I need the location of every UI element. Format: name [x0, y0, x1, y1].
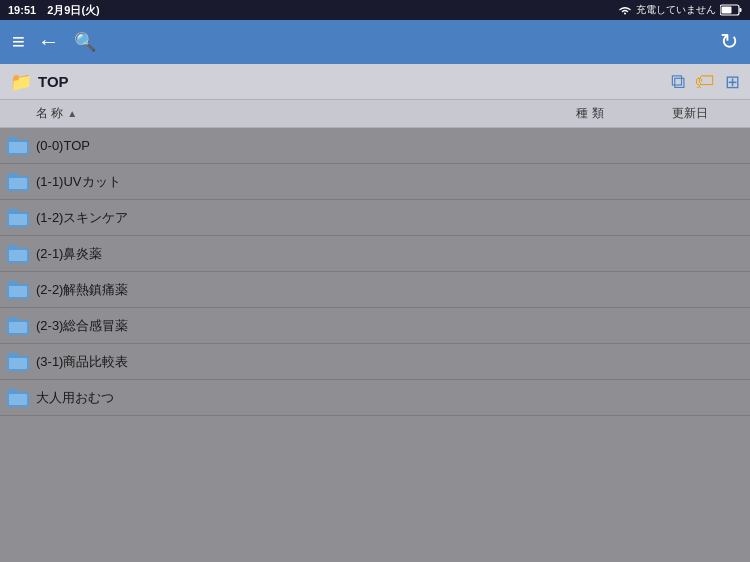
folder-icon-cell — [0, 173, 36, 191]
breadcrumb-bar: 📁 TOP ⧉ 🏷 ⊞ — [0, 64, 750, 100]
breadcrumb-title: TOP — [38, 73, 69, 90]
search-icon[interactable]: 🔍 — [74, 33, 96, 51]
file-list: (0-0)TOP (1-1)UVカット — [0, 128, 750, 562]
battery-icon — [720, 4, 742, 16]
table-row[interactable]: (2-1)鼻炎薬 — [0, 236, 750, 272]
folder-icon-cell — [0, 209, 36, 227]
folder-icon-cell — [0, 317, 36, 335]
folder-icon-cell — [0, 281, 36, 299]
nav-bar: ≡ ← 🔍 ↻ — [0, 20, 750, 64]
breadcrumb-left: 📁 TOP — [10, 71, 69, 93]
table-row[interactable]: (1-2)スキンケア — [0, 200, 750, 236]
menu-icon[interactable]: ≡ — [12, 31, 24, 53]
breadcrumb-folder-icon: 📁 — [10, 71, 32, 93]
table-row[interactable]: (0-0)TOP — [0, 128, 750, 164]
file-name: (0-0)TOP — [36, 138, 550, 153]
file-name: (1-2)スキンケア — [36, 209, 550, 227]
folder-icon-cell — [0, 245, 36, 263]
table-row[interactable]: 大人用おむつ — [0, 380, 750, 416]
table-row[interactable]: (2-2)解熱鎮痛薬 — [0, 272, 750, 308]
file-name: 大人用おむつ — [36, 389, 550, 407]
folder-icon-cell — [0, 137, 36, 155]
sort-arrow: ▲ — [67, 108, 77, 119]
col-type-header[interactable]: 種 類 — [550, 105, 630, 122]
svg-rect-1 — [740, 8, 742, 12]
back-icon[interactable]: ← — [38, 31, 60, 53]
charging-text: 充電していません — [636, 3, 716, 17]
status-time: 19:51 2月9日(火) — [8, 3, 100, 18]
folder-icon-cell — [0, 389, 36, 407]
table-row[interactable]: (3-1)商品比較表 — [0, 344, 750, 380]
folder-icon-cell — [0, 353, 36, 371]
status-bar: 19:51 2月9日(火) 充電していません — [0, 0, 750, 20]
wifi-icon — [618, 5, 632, 15]
column-header: 名 称 ▲ 種 類 更新日 — [0, 100, 750, 128]
file-name: (3-1)商品比較表 — [36, 353, 550, 371]
file-name: (1-1)UVカット — [36, 173, 550, 191]
view-label-icon[interactable]: 🏷 — [695, 70, 715, 93]
file-name: (2-2)解熱鎮痛薬 — [36, 281, 550, 299]
refresh-icon[interactable]: ↻ — [720, 31, 738, 53]
svg-rect-2 — [722, 7, 732, 14]
table-row[interactable]: (2-3)総合感冒薬 — [0, 308, 750, 344]
status-right: 充電していません — [618, 3, 742, 17]
table-row[interactable]: (1-1)UVカット — [0, 164, 750, 200]
file-name: (2-1)鼻炎薬 — [36, 245, 550, 263]
view-list-icon[interactable]: ⧉ — [671, 70, 685, 93]
col-name-header[interactable]: 名 称 ▲ — [0, 105, 550, 122]
col-date-header[interactable]: 更新日 — [630, 105, 750, 122]
nav-left: ≡ ← 🔍 — [12, 31, 96, 53]
file-name: (2-3)総合感冒薬 — [36, 317, 550, 335]
view-grid-icon[interactable]: ⊞ — [725, 71, 740, 93]
breadcrumb-right: ⧉ 🏷 ⊞ — [671, 70, 740, 93]
